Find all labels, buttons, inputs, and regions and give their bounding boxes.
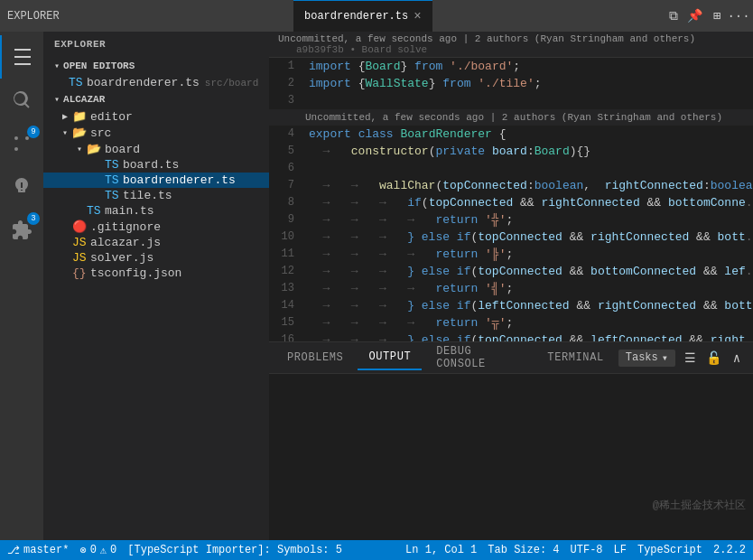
ts-icon-main: TS [87, 204, 101, 218]
status-bar: ⎇ master* ⊗ 0 ⚠ 0 [TypeScript Importer]:… [0, 540, 753, 560]
panel-lock-icon[interactable]: 🔓 [704, 349, 722, 367]
tree-src-label: src [90, 126, 111, 140]
code-block[interactable]: 1 import {Board} from './board'; 2 impor… [269, 58, 753, 341]
tab-problems[interactable]: PROBLEMS [276, 346, 354, 369]
tab-output[interactable]: OUTPUT [358, 345, 422, 370]
message-text: [TypeScript Importer]: Symbols: 5 [127, 544, 342, 556]
alcazar-arrow: ▾ [54, 94, 60, 105]
status-position[interactable]: Ln 1, Col 1 [405, 544, 477, 556]
git-bar-2-text: Uncommitted, a few seconds ago | 2 autho… [305, 112, 722, 123]
svg-point-1 [25, 136, 29, 140]
activity-debug[interactable] [0, 165, 43, 209]
status-encoding[interactable]: UTF-8 [571, 544, 603, 556]
activity-search[interactable] [0, 79, 43, 122]
folder-arrow-editor: ▶ [58, 111, 72, 122]
code-line-12: 12 → → → } else if(topConnected && botto… [269, 263, 753, 280]
code-line-1: 1 import {Board} from './board'; [269, 58, 753, 75]
warning-icon: ⚠ [100, 544, 107, 557]
ts-icon-tile: TS [105, 189, 119, 202]
status-line-ending[interactable]: LF [614, 544, 627, 556]
folder-icon-board: 📂 [87, 142, 101, 156]
activity-git[interactable]: 9 [0, 122, 43, 165]
tree-tile-ts[interactable]: TS tile.ts [43, 188, 269, 203]
tree-board-ts[interactable]: TS board.ts [43, 157, 269, 173]
git-icon: 🔴 [72, 219, 87, 234]
status-tab-size[interactable]: Tab Size: 4 [488, 544, 559, 556]
status-language[interactable]: TypeScript [637, 544, 702, 556]
tree-gitignore[interactable]: 🔴 .gitignore [43, 219, 269, 235]
status-version[interactable]: 2.2.2 [713, 544, 746, 556]
panel-list-icon[interactable]: ☰ [681, 349, 699, 367]
split-editor-icon[interactable]: ⧉ [666, 9, 681, 23]
panel-tabs: PROBLEMS OUTPUT DEBUG CONSOLE TERMINAL T… [269, 342, 753, 374]
folder-arrow-src: ▾ [58, 127, 72, 138]
ext-badge: 3 [27, 212, 40, 225]
sidebar: EXPLORER ▾ OPEN EDITORS TS boardrenderer… [43, 32, 269, 540]
git-bar-1-text: Uncommitted, a few seconds ago | 2 autho… [278, 33, 695, 44]
tree-tsconfig[interactable]: {} tsconfig.json [43, 266, 269, 281]
code-line-3: 3 [269, 92, 753, 109]
tree-boardrenderer-ts[interactable]: TS boardrenderer.ts [43, 173, 269, 188]
tab-debug-console[interactable]: DEBUG CONSOLE [425, 340, 533, 376]
svg-point-0 [14, 136, 18, 140]
tree-alcazar-js[interactable]: JS alcazar.js [43, 235, 269, 250]
solver-js-label: solver.js [90, 251, 153, 265]
position-text: Ln 1, Col 1 [405, 544, 477, 556]
tree-board[interactable]: ▾ 📂 board [43, 141, 269, 157]
warning-count: 0 [110, 544, 116, 556]
tab-boardrenderer[interactable]: boardrenderer.ts × [293, 0, 432, 32]
ts-icon: TS [69, 76, 83, 89]
json-icon: {} [72, 266, 87, 280]
ts-icon-board: TS [105, 158, 119, 172]
ts-icon-boardrenderer: TS [105, 173, 119, 187]
code-line-6: 6 [269, 160, 753, 177]
git-branch-icon: ⎇ [7, 544, 20, 557]
tree-src[interactable]: ▾ 📂 src [43, 125, 269, 141]
tasks-label: Tasks [626, 351, 658, 364]
git-bar-1: Uncommitted, a few seconds ago | 2 autho… [269, 32, 753, 58]
panel-collapse-icon[interactable]: ∧ [728, 349, 746, 367]
code-line-13: 13 → → → → return '╣'; [269, 280, 753, 297]
tsconfig-label: tsconfig.json [90, 266, 181, 280]
tab-filename: boardrenderer.ts [304, 10, 408, 23]
panel-content [269, 374, 753, 540]
activity-extensions[interactable]: 3 [0, 209, 43, 252]
alcazar-section[interactable]: ▾ ALCAZAR [43, 90, 269, 108]
status-message: [TypeScript Importer]: Symbols: 5 [127, 544, 342, 556]
tab-terminal[interactable]: TERMINAL [536, 346, 614, 369]
tree-board-label: board [105, 143, 140, 156]
tree-main-ts[interactable]: TS main.ts [43, 203, 269, 219]
pin-icon[interactable]: 📌 [688, 9, 702, 23]
folder-arrow-board: ▾ [72, 144, 87, 154]
title-bar: EXPLORER boardrenderer.ts × ⧉ 📌 ⊞ ··· [0, 0, 753, 32]
code-line-15: 15 → → → → return '╦'; [269, 314, 753, 331]
tree-solver-js[interactable]: JS solver.js [43, 250, 269, 266]
git-badge: 9 [27, 126, 40, 138]
open-editor-boardrenderer[interactable]: TS boardrenderer.ts src/board [43, 75, 269, 90]
board-ts-label: board.ts [123, 158, 179, 172]
js-icon-solver: JS [72, 251, 87, 265]
boardrenderer-ts-label: boardrenderer.ts [123, 173, 236, 187]
tree-editor[interactable]: ▶ 📁 editor [43, 108, 269, 125]
open-editors-label: OPEN EDITORS [63, 61, 135, 71]
status-errors[interactable]: ⊗ 0 ⚠ 0 [79, 544, 116, 557]
tile-ts-label: tile.ts [123, 189, 172, 202]
activity-explorer[interactable] [0, 35, 43, 79]
layout-icon[interactable]: ⊞ [710, 9, 724, 23]
open-editors-section[interactable]: ▾ OPEN EDITORS [43, 57, 269, 75]
branch-name: master* [23, 544, 69, 556]
status-branch[interactable]: ⎇ master* [7, 544, 69, 557]
git-hash: a9b39f3b • Board solve [296, 44, 427, 55]
more-icon[interactable]: ··· [731, 9, 746, 23]
tasks-arrow-icon: ▾ [662, 351, 668, 365]
tab-close-icon[interactable]: × [414, 10, 421, 23]
language-text: TypeScript [637, 544, 702, 556]
tasks-dropdown[interactable]: Tasks ▾ [618, 350, 675, 367]
code-line-7: 7 → → wallChar(topConnected:boolean, rig… [269, 177, 753, 194]
open-editors-arrow: ▾ [54, 61, 60, 71]
error-count: 0 [90, 544, 97, 556]
code-line-11: 11 → → → → return '╠'; [269, 246, 753, 263]
git-bar-2: Uncommitted, a few seconds ago | 2 autho… [269, 109, 753, 126]
folder-icon-src: 📂 [72, 126, 87, 140]
main-ts-label: main.ts [105, 204, 154, 218]
